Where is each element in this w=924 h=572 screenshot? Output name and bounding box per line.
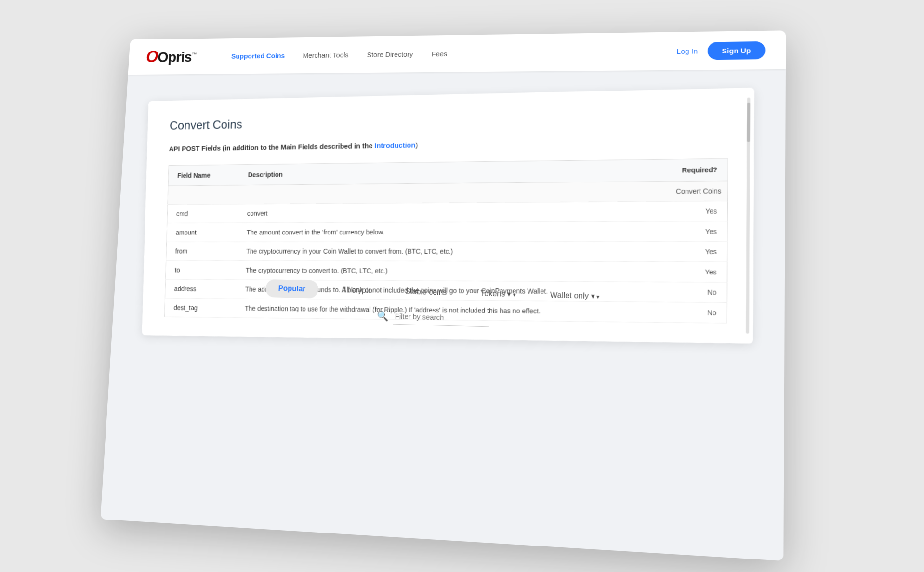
field-name-cell: from (166, 242, 238, 260)
required-cell: Yes (671, 242, 727, 262)
nav-supported-coins[interactable]: Supported Coins (231, 52, 285, 60)
page-title: Convert Coins (170, 108, 729, 133)
navbar: OOpris™ Supported Coins Merchant Tools S… (128, 30, 786, 75)
content-area: Convert Coins API POST Fields (in additi… (111, 69, 786, 366)
description-cell: convert (238, 201, 672, 223)
scrollbar-thumb (747, 103, 750, 142)
field-name-cell: cmd (167, 204, 238, 223)
required-cell: Yes (671, 262, 727, 283)
description-cell: The cryptocurrency in your Coin Wallet t… (237, 242, 671, 262)
col-description: Description (239, 159, 672, 185)
filter-tab[interactable]: Tokens ▾ (471, 284, 526, 304)
col-field-name: Field Name (168, 165, 239, 186)
nav-links: Supported Coins Merchant Tools Store Dir… (231, 47, 677, 60)
description-cell: The cryptocurrency to convert to. (BTC, … (237, 261, 671, 282)
filter-tab[interactable]: Popular (265, 279, 318, 298)
nav-fees[interactable]: Fees (432, 50, 448, 58)
col-required: Required? (672, 158, 728, 181)
filter-tab[interactable]: Wallet only ▾ (540, 285, 610, 306)
api-description: API POST Fields (in addition to the Main… (169, 135, 728, 155)
nav-right: Log In Sign Up (676, 41, 765, 60)
search-bar: 🔍 (376, 308, 489, 327)
filter-tab[interactable]: All crypto (332, 281, 382, 300)
login-button[interactable]: Log In (677, 47, 698, 55)
logo-o: O (145, 48, 158, 66)
logo: OOpris™ (145, 47, 197, 66)
signup-button[interactable]: Sign Up (708, 41, 766, 59)
table-row: cmd convert Yes (167, 201, 728, 223)
filter-tab[interactable]: Stable coins (396, 282, 457, 302)
search-input[interactable] (393, 308, 489, 327)
api-description-prefix: API POST Fields (in addition to the Main… (169, 141, 415, 153)
table-row: from The cryptocurrency in your Coin Wal… (166, 242, 727, 262)
table-row: amount The amount convert in the 'from' … (167, 221, 728, 242)
nav-merchant-tools[interactable]: Merchant Tools (303, 51, 349, 59)
nav-store-directory[interactable]: Store Directory (367, 50, 413, 58)
search-icon: 🔍 (376, 310, 388, 322)
required-cell: Yes (671, 221, 727, 242)
field-name-cell: amount (167, 223, 238, 242)
page-wrapper: OOpris™ Supported Coins Merchant Tools S… (0, 0, 924, 572)
logo-text: OOpris™ (145, 47, 197, 66)
introduction-link[interactable]: Introduction (374, 141, 415, 150)
description-cell: The amount convert in the 'from' currenc… (238, 221, 672, 242)
required-cell: Yes (672, 201, 728, 221)
main-card: OOpris™ Supported Coins Merchant Tools S… (100, 30, 786, 561)
